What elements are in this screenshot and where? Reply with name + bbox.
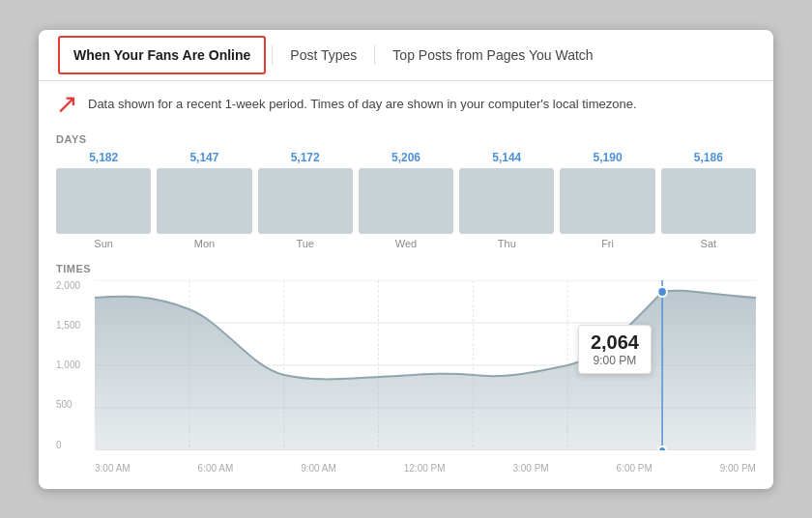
day-value: 5,144: [492, 151, 521, 164]
x-label-9pm: 9:00 PM: [720, 463, 756, 474]
svg-point-13: [658, 446, 666, 450]
days-grid: 5,182 Sun 5,147 Mon 5,172 Tue 5,206 Wed …: [56, 151, 756, 249]
day-col-sat: 5,186 Sat: [661, 151, 756, 249]
day-name: Wed: [395, 238, 417, 249]
day-bar: [661, 168, 756, 234]
day-value: 5,206: [392, 151, 420, 164]
day-name: Mon: [194, 238, 215, 249]
day-bar: [359, 168, 453, 234]
day-col-thu: 5,144 Thu: [459, 151, 554, 249]
times-label: TIMES: [56, 263, 756, 274]
day-bar: [560, 168, 654, 234]
day-col-tue: 5,172 Tue: [258, 151, 353, 249]
day-bar: [157, 168, 251, 234]
day-name: Tue: [296, 238, 314, 249]
tab-divider-2: [374, 45, 375, 65]
main-card: When Your Fans Are Online Post Types Top…: [39, 30, 773, 489]
tab-bar: When Your Fans Are Online Post Types Top…: [39, 30, 773, 81]
days-label: DAYS: [56, 133, 756, 145]
arrow-icon: ↖: [56, 91, 78, 118]
x-axis: 3:00 AM 6:00 AM 9:00 AM 12:00 PM 3:00 PM…: [95, 463, 756, 474]
times-section: TIMES 2,000 1,500 1,000 500 0: [56, 263, 756, 474]
day-col-sun: 5,182 Sun: [56, 151, 151, 249]
main-content: DAYS 5,182 Sun 5,147 Mon 5,172 Tue 5,206…: [39, 124, 773, 489]
day-value: 5,186: [694, 151, 723, 164]
day-bar: [258, 168, 353, 234]
day-col-mon: 5,147 Mon: [157, 151, 251, 249]
info-row: ↖ Data shown for a recent 1-week period.…: [39, 81, 773, 124]
day-value: 5,147: [189, 151, 218, 164]
svg-point-12: [657, 287, 667, 297]
y-label-1500: 1,500: [56, 320, 80, 331]
x-label-6pm: 6:00 PM: [617, 463, 652, 474]
chart-area: 2,000 1,500 1,000 500 0: [56, 280, 756, 474]
day-col-wed: 5,206 Wed: [359, 151, 453, 249]
day-col-fri: 5,190 Fri: [560, 151, 654, 249]
day-name: Sun: [94, 238, 113, 249]
tab-post-types[interactable]: Post Types: [275, 34, 372, 76]
y-label-500: 500: [56, 399, 80, 410]
day-name: Thu: [498, 238, 516, 249]
tooltip-time: 9:00 PM: [591, 354, 639, 367]
info-text: Data shown for a recent 1-week period. T…: [88, 97, 637, 111]
tab-fans-online[interactable]: When Your Fans Are Online: [58, 36, 266, 74]
day-value: 5,172: [291, 151, 320, 164]
x-label-9am: 9:00 AM: [301, 463, 336, 474]
x-label-6am: 6:00 AM: [198, 463, 234, 474]
day-name: Sat: [701, 238, 717, 249]
day-bar: [459, 168, 554, 234]
y-label-1000: 1,000: [56, 360, 80, 370]
tab-divider-1: [272, 45, 273, 65]
x-label-12pm: 12:00 PM: [404, 463, 446, 474]
y-label-2000: 2,000: [56, 280, 80, 291]
day-value: 5,182: [89, 151, 118, 164]
x-label-3am: 3:00 AM: [95, 463, 130, 474]
day-name: Fri: [601, 238, 614, 249]
x-label-3pm: 3:00 PM: [512, 463, 548, 474]
day-value: 5,190: [594, 151, 623, 164]
tab-top-posts[interactable]: Top Posts from Pages You Watch: [377, 34, 608, 76]
area-chart-svg: [95, 280, 756, 450]
y-axis: 2,000 1,500 1,000 500 0: [56, 280, 80, 450]
tooltip-value: 2,064: [591, 331, 639, 354]
y-label-0: 0: [56, 440, 80, 450]
day-bar: [56, 168, 151, 234]
chart-tooltip: 2,064 9:00 PM: [578, 325, 652, 374]
